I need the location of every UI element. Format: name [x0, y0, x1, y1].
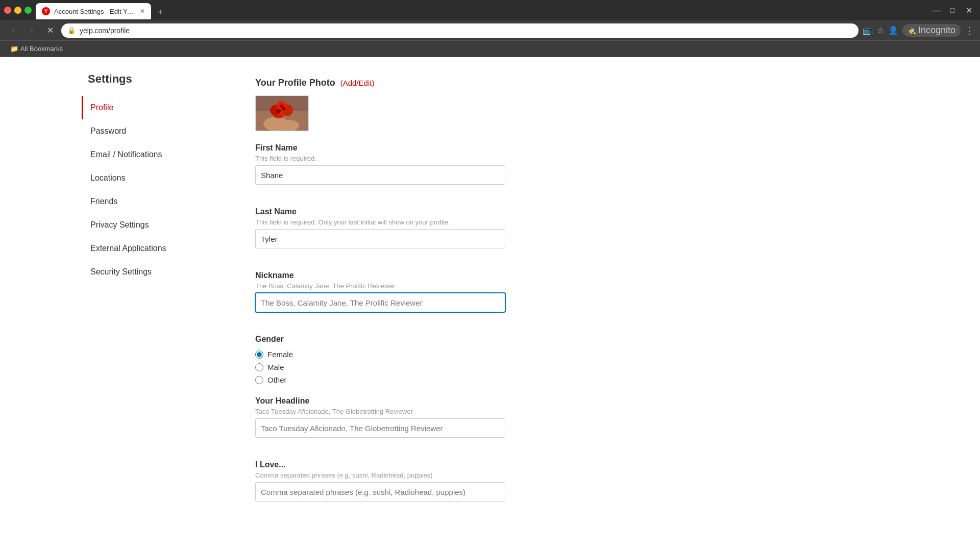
- sidebar-item-security-settings[interactable]: Security Settings: [82, 260, 245, 284]
- i-love-hint: Comma separated phrases (e.g. sushi, Rad…: [255, 471, 531, 479]
- sidebar-item-locations[interactable]: Locations: [82, 166, 245, 190]
- settings-sidebar: Settings Profile Password Email / Notifi…: [82, 72, 245, 547]
- gender-label: Gender: [255, 335, 531, 344]
- new-tab-button[interactable]: +: [153, 5, 167, 19]
- window-close-button[interactable]: ✕: [962, 3, 976, 17]
- nickname-input[interactable]: [255, 293, 505, 312]
- bookmarks-folder[interactable]: 📁 All Bookmarks: [6, 43, 67, 55]
- sidebar-item-profile[interactable]: Profile: [82, 96, 245, 119]
- incognito-icon: 🕵️: [908, 27, 916, 35]
- headline-section: Your Headline Taco Tuesday Aficionado, T…: [255, 396, 531, 448]
- profile-photo-edit-link[interactable]: (Add/Edit): [340, 79, 375, 87]
- first-name-required: This field is required.: [255, 155, 531, 162]
- headline-hint: Taco Tuesday Aficionado, The Globetrotti…: [255, 408, 531, 415]
- sidebar-item-privacy-settings[interactable]: Privacy Settings: [82, 213, 245, 237]
- forward-button[interactable]: ›: [24, 23, 39, 38]
- page-content: Settings Profile Password Email / Notifi…: [0, 57, 980, 547]
- svg-point-3: [279, 120, 299, 131]
- profile-photo-label: Your Profile Photo (Add/Edit): [255, 78, 531, 88]
- gender-radio-other[interactable]: [255, 376, 263, 384]
- profile-icon[interactable]: 👤: [888, 26, 898, 35]
- first-name-input[interactable]: [255, 165, 505, 185]
- bookmarks-bar: 📁 All Bookmarks: [0, 41, 980, 57]
- first-name-label: First Name: [255, 143, 531, 153]
- gender-option-other[interactable]: Other: [255, 375, 531, 384]
- browser-window: Y Account Settings - Edit Your Pr... ✕ +…: [0, 0, 980, 57]
- maximize-window-button[interactable]: [24, 7, 32, 14]
- headline-label: Your Headline: [255, 396, 531, 406]
- sidebar-item-password[interactable]: Password: [82, 119, 245, 143]
- i-love-section: I Love... Comma separated phrases (e.g. …: [255, 460, 531, 512]
- last-name-label: Last Name: [255, 207, 531, 216]
- window-minimize-button[interactable]: ―: [929, 3, 943, 17]
- svg-point-9: [277, 109, 281, 113]
- menu-button[interactable]: ⋮: [965, 25, 974, 36]
- profile-photo-section: Your Profile Photo (Add/Edit): [255, 78, 531, 131]
- last-name-input[interactable]: [255, 229, 505, 248]
- sidebar-title: Settings: [82, 72, 245, 86]
- headline-input[interactable]: [255, 418, 505, 438]
- window-maximize-button[interactable]: □: [945, 3, 960, 17]
- cast-icon: 📺: [863, 26, 873, 35]
- browser-toolbar: ‹ › ✕ 🔒 yelp.com/profile 📺 ☆ 👤 🕵️ Incogn…: [0, 20, 980, 41]
- bookmarks-folder-icon: 📁: [10, 45, 18, 53]
- profile-photo-image: [255, 95, 309, 131]
- tab-title: Account Settings - Edit Your Pr...: [54, 8, 136, 15]
- browser-titlebar: Y Account Settings - Edit Your Pr... ✕ +…: [0, 0, 980, 20]
- sidebar-item-friends[interactable]: Friends: [82, 190, 245, 213]
- i-love-input[interactable]: [255, 482, 505, 502]
- gender-section: Gender Female Male Other: [255, 335, 531, 384]
- close-window-button[interactable]: [4, 7, 11, 14]
- svg-point-11: [280, 105, 283, 108]
- nickname-section: Nickname The Boss, Calamity Jane, The Pr…: [255, 271, 531, 322]
- gender-radio-female[interactable]: [255, 350, 263, 359]
- nickname-label: Nickname: [255, 271, 531, 280]
- gender-option-female[interactable]: Female: [255, 350, 531, 359]
- last-name-required: This field is required. Only your last i…: [255, 218, 531, 226]
- gender-radio-group: Female Male Other: [255, 350, 531, 384]
- incognito-badge: 🕵️ Incognito: [902, 24, 961, 37]
- address-bar[interactable]: 🔒 yelp.com/profile: [61, 23, 859, 38]
- last-name-section: Last Name This field is required. Only y…: [255, 207, 531, 259]
- active-tab[interactable]: Y Account Settings - Edit Your Pr... ✕: [36, 3, 151, 19]
- reload-button[interactable]: ✕: [43, 23, 57, 38]
- bookmark-star-icon[interactable]: ☆: [877, 26, 884, 35]
- tab-close-button[interactable]: ✕: [140, 8, 145, 15]
- first-name-section: First Name This field is required.: [255, 143, 531, 195]
- security-icon: 🔒: [67, 27, 76, 34]
- sidebar-item-external-applications[interactable]: External Applications: [82, 237, 245, 260]
- gender-option-male[interactable]: Male: [255, 363, 531, 371]
- profile-photo-svg: [256, 96, 309, 131]
- tab-favicon-icon: Y: [42, 7, 50, 15]
- minimize-window-button[interactable]: [14, 7, 21, 14]
- sidebar-item-email-notifications[interactable]: Email / Notifications: [82, 143, 245, 166]
- i-love-label: I Love...: [255, 460, 531, 469]
- main-form: Your Profile Photo (Add/Edit): [245, 72, 551, 547]
- gender-radio-male[interactable]: [255, 363, 263, 371]
- svg-point-10: [282, 107, 286, 111]
- back-button[interactable]: ‹: [6, 23, 20, 38]
- nickname-hint: The Boss, Calamity Jane, The Prolific Re…: [255, 282, 531, 290]
- toolbar-actions: 📺 ☆ 👤 🕵️ Incognito ⋮: [863, 24, 974, 37]
- url-text: yelp.com/profile: [80, 27, 852, 35]
